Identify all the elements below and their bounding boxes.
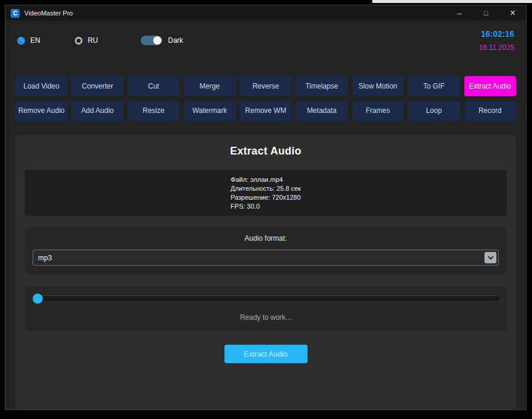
language-radio-en[interactable]: EN: [17, 36, 40, 45]
file-info-text: Файл: эллаи.mp4 Длительность: 25.8 сек Р…: [230, 175, 300, 210]
titlebar-left: C VideoMaster Pro: [5, 9, 73, 18]
chevron-down-icon: [487, 254, 493, 260]
toggle-knob-icon: [153, 36, 162, 45]
file-info-box: Файл: эллаи.mp4 Длительность: 25.8 сек Р…: [25, 170, 506, 216]
progress-thumb-icon[interactable]: [33, 294, 43, 304]
language-label-en: EN: [30, 36, 40, 45]
window-controls: – □ ×: [446, 5, 526, 21]
toolbar-record[interactable]: Record: [464, 100, 516, 121]
radio-selected-icon: [17, 37, 25, 45]
toolbar-converter[interactable]: Converter: [71, 76, 123, 96]
toolbar-extract-audio[interactable]: Extract Audio: [464, 76, 516, 96]
toolbar-watermark[interactable]: Watermark: [183, 100, 235, 121]
toolbar-slow-motion[interactable]: Slow Motion: [352, 76, 404, 96]
toolbar-add-audio[interactable]: Add Audio: [71, 100, 123, 121]
page-title: Extract Audio: [25, 135, 506, 157]
toolbar-row-1: Load Video Converter Cut Merge Reverse T…: [15, 76, 516, 96]
language-label-ru: RU: [88, 36, 98, 45]
toolbar-metadata[interactable]: Metadata: [296, 100, 347, 121]
file-name-line: Файл: эллаи.mp4: [230, 175, 300, 184]
format-label: Audio format:: [33, 234, 499, 242]
toolbar-loop[interactable]: Loop: [408, 100, 460, 121]
progress-track: [31, 295, 501, 302]
toolbar-frames[interactable]: Frames: [352, 100, 404, 121]
clock: 16:02:16 16.11.2025: [479, 29, 514, 52]
theme-toggle[interactable]: Dark: [141, 36, 183, 45]
theme-toggle-label: Dark: [168, 36, 183, 45]
toggle-switch-icon: [141, 36, 162, 45]
maximize-button[interactable]: □: [473, 5, 499, 21]
titlebar: C VideoMaster Pro – □ ×: [5, 5, 526, 21]
clock-time: 16:02:16: [479, 29, 514, 39]
status-text: Ready to work...: [31, 313, 501, 322]
app-logo-icon: C: [11, 9, 20, 18]
toolbar: Load Video Converter Cut Merge Reverse T…: [5, 76, 526, 121]
dropdown-arrow-button[interactable]: [484, 252, 496, 263]
progress-section: Ready to work...: [25, 286, 506, 331]
toolbar-cut[interactable]: Cut: [128, 76, 179, 96]
file-fps-line: FPS: 30.0: [230, 202, 300, 211]
extract-audio-button[interactable]: Extract Audio: [224, 345, 308, 363]
main-panel: Extract Audio Файл: эллаи.mp4 Длительнос…: [15, 135, 516, 409]
minimize-button[interactable]: –: [446, 5, 473, 21]
header-bar: EN RU Dark 16:02:16 16.11.2025: [5, 21, 526, 60]
toolbar-row-2: Remove Audio Add Audio Resize Watermark …: [15, 100, 516, 121]
format-section: Audio format: mp3: [25, 228, 506, 274]
radio-unselected-icon: [75, 37, 83, 45]
toolbar-load-video[interactable]: Load Video: [15, 76, 67, 96]
toolbar-remove-wm[interactable]: Remove WM: [240, 100, 292, 121]
toolbar-resize[interactable]: Resize: [128, 100, 179, 121]
language-radio-ru[interactable]: RU: [75, 36, 98, 45]
close-button[interactable]: ×: [499, 5, 526, 21]
window-title: VideoMaster Pro: [24, 10, 73, 17]
progress-slider[interactable]: [31, 294, 501, 304]
toolbar-timelapse[interactable]: Timelapse: [296, 76, 347, 96]
format-select[interactable]: mp3: [33, 250, 499, 266]
file-resolution-line: Разрешение: 720x1280: [230, 193, 300, 202]
file-duration-line: Длительность: 25.8 сек: [230, 184, 300, 193]
background-window-edge: [372, 0, 532, 3]
toolbar-merge[interactable]: Merge: [183, 76, 235, 96]
clock-date: 16.11.2025: [479, 43, 514, 52]
toolbar-reverse[interactable]: Reverse: [240, 76, 292, 96]
format-selected-value: mp3: [38, 254, 52, 262]
app-window: C VideoMaster Pro – □ × EN RU Dark: [5, 5, 527, 410]
toolbar-to-gif[interactable]: To GIF: [408, 76, 460, 96]
toolbar-remove-audio[interactable]: Remove Audio: [15, 100, 67, 121]
